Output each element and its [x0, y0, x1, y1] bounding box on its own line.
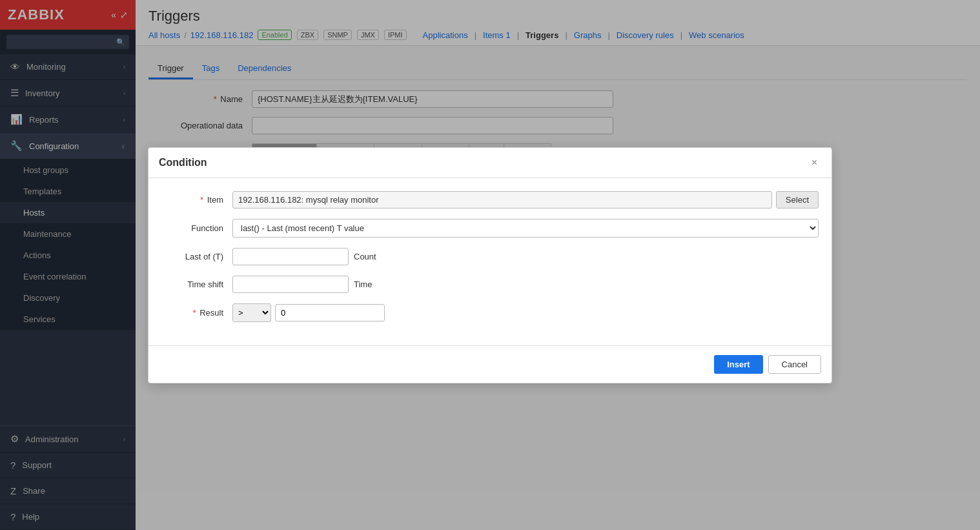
last-of-input[interactable] — [232, 248, 349, 265]
modal-overlay: Condition × * Item Select Function last(… — [0, 0, 980, 530]
condition-modal: Condition × * Item Select Function last(… — [148, 147, 832, 383]
time-shift-input[interactable] — [232, 276, 349, 293]
item-input[interactable] — [232, 191, 772, 209]
modal-time-shift-row: Time shift Time — [161, 276, 819, 293]
modal-function-label: Function — [161, 223, 232, 233]
modal-header: Condition × — [148, 148, 832, 178]
modal-result-row: * Result > = < >= <= — [161, 303, 819, 322]
result-operator-select[interactable]: > = < >= <= — [232, 303, 271, 322]
modal-footer: Insert Cancel — [148, 345, 832, 383]
modal-item-row: * Item Select — [161, 191, 819, 209]
modal-last-of-label: Last of (T) — [161, 252, 232, 261]
count-label: Count — [354, 252, 376, 261]
insert-button[interactable]: Insert — [714, 355, 762, 374]
result-value-input[interactable] — [275, 304, 385, 321]
time-label: Time — [354, 280, 372, 289]
cancel-button[interactable]: Cancel — [768, 355, 821, 374]
modal-result-label: * Result — [161, 308, 232, 318]
modal-time-shift-label: Time shift — [161, 280, 232, 289]
modal-function-row: Function last() - Last (most recent) T v… — [161, 219, 819, 238]
select-button[interactable]: Select — [776, 191, 819, 209]
modal-close-button[interactable]: × — [808, 156, 821, 170]
modal-body: * Item Select Function last() - Last (mo… — [148, 178, 832, 345]
modal-title: Condition — [159, 157, 207, 168]
item-row: Select — [232, 191, 819, 209]
result-row: > = < >= <= — [232, 303, 385, 322]
modal-item-label: * Item — [161, 195, 232, 205]
modal-last-of-row: Last of (T) Count — [161, 248, 819, 265]
function-select[interactable]: last() - Last (most recent) T value — [232, 219, 819, 238]
